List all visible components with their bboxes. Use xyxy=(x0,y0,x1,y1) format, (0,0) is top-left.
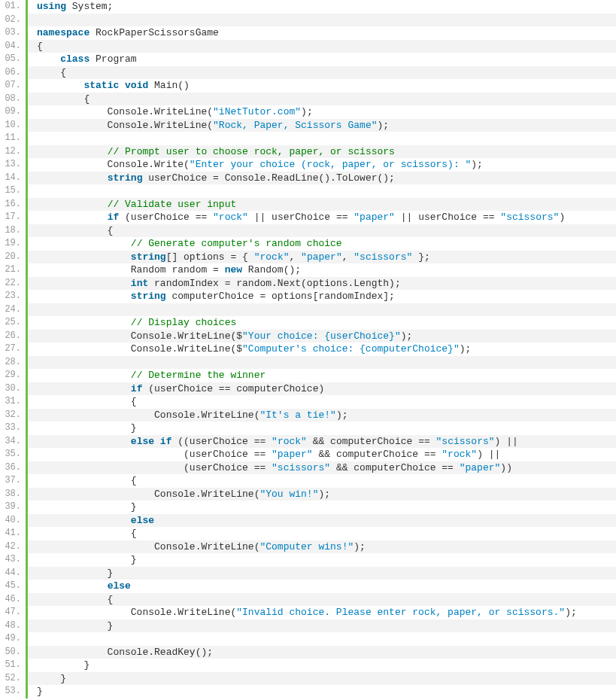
code-content: { xyxy=(28,66,616,80)
code-content: // Determine the winner xyxy=(28,369,616,382)
keyword-token: static xyxy=(83,80,119,91)
code-content: (userChoice == "paper" && computerChoice… xyxy=(28,448,616,461)
text-token xyxy=(37,251,131,263)
text-token: Console.WriteLine( xyxy=(37,120,213,131)
line-number: 26. xyxy=(0,330,26,343)
line-number: 27. xyxy=(0,342,26,356)
keyword-token: else xyxy=(131,436,154,447)
code-line: 34. else if ((userChoice == "rock" && co… xyxy=(0,435,616,449)
line-number: 38. xyxy=(0,488,26,501)
line-number: 33. xyxy=(0,422,26,435)
text-token: }; xyxy=(412,251,429,263)
code-line: 28. xyxy=(0,356,616,370)
code-content: string computerChoice = options[randomIn… xyxy=(28,290,616,303)
text-token: Console.WriteLine( xyxy=(37,488,259,500)
code-content: string userChoice = Console.ReadLine().T… xyxy=(28,172,616,185)
text-token: ); xyxy=(318,488,330,500)
text-token: { xyxy=(37,41,43,52)
code-content: Console.Write("Enter your choice (rock, … xyxy=(28,158,616,172)
line-number: 45. xyxy=(0,580,26,593)
line-number: 10. xyxy=(0,119,26,132)
text-token: Main() xyxy=(148,80,190,91)
code-content: if (userChoice == "rock" || userChoice =… xyxy=(28,211,616,224)
text-token xyxy=(37,212,108,223)
text-token xyxy=(37,199,108,210)
code-content: { xyxy=(28,224,616,238)
string-token: "paper" xyxy=(301,251,342,263)
code-line: 41. { xyxy=(0,527,616,540)
keyword-token: using xyxy=(37,1,66,12)
text-token xyxy=(37,383,131,394)
line-number: 21. xyxy=(0,263,26,277)
line-number: 36. xyxy=(0,461,26,475)
code-line: 51. } xyxy=(0,659,616,672)
text-token: { xyxy=(37,396,137,407)
code-line: 45. else xyxy=(0,580,616,593)
text-token: } xyxy=(37,686,43,697)
code-content: int randomIndex = random.Next(options.Le… xyxy=(28,277,616,291)
code-content: Console.WriteLine("Invalid choice. Pleas… xyxy=(28,606,616,619)
code-line: 35. (userChoice == "paper" && computerCh… xyxy=(0,448,616,461)
code-line: 11. xyxy=(0,132,616,145)
code-line: 12. // Prompt user to choose rock, paper… xyxy=(0,145,616,159)
line-number: 04. xyxy=(0,40,26,53)
code-line: 46. { xyxy=(0,593,616,607)
line-number: 15. xyxy=(0,184,26,198)
line-number: 44. xyxy=(0,567,26,580)
code-content: // Display choices xyxy=(28,316,616,330)
line-number: 47. xyxy=(0,606,26,619)
code-content: Console.WriteLine("Computer wins!"); xyxy=(28,540,616,554)
text-token: (userChoice == xyxy=(119,212,213,223)
code-content: if (userChoice == computerChoice) xyxy=(28,382,616,396)
string-token: "Computer's choice: {computerChoice}" xyxy=(242,343,460,355)
line-number: 34. xyxy=(0,435,26,449)
line-number: 18. xyxy=(0,224,26,238)
code-line: 40. else xyxy=(0,514,616,528)
code-line: 16. // Validate user input xyxy=(0,198,616,212)
text-token: { xyxy=(37,67,66,78)
text-token: } xyxy=(37,659,90,671)
keyword-token: class xyxy=(60,53,90,65)
line-number: 25. xyxy=(0,316,26,330)
code-content: } xyxy=(28,619,616,633)
text-token: , xyxy=(289,251,301,263)
line-number: 24. xyxy=(0,303,26,317)
text-token: ); xyxy=(460,343,472,355)
line-number: 30. xyxy=(0,382,26,396)
line-number: 37. xyxy=(0,474,26,488)
string-token: "paper" xyxy=(354,212,395,223)
text-token: (userChoice == xyxy=(37,462,272,473)
code-content: { xyxy=(28,93,616,106)
line-number: 17. xyxy=(0,211,26,224)
string-token: "scissors" xyxy=(436,436,495,447)
line-number: 41. xyxy=(0,527,26,540)
code-content: Console.WriteLine("You win!"); xyxy=(28,488,616,501)
line-number: 35. xyxy=(0,448,26,461)
text-token xyxy=(37,172,108,184)
line-number: 12. xyxy=(0,145,26,159)
text-token xyxy=(37,515,131,526)
code-line: 33. } xyxy=(0,422,616,435)
text-token: { xyxy=(37,225,113,236)
code-line: 43. } xyxy=(0,553,616,567)
text-token: [] options = { xyxy=(166,251,254,263)
line-number: 31. xyxy=(0,395,26,409)
code-line: 15. xyxy=(0,184,616,198)
keyword-token: int xyxy=(131,278,148,289)
text-token: && computerChoice == xyxy=(330,462,460,473)
code-content: (userChoice == "scissors" && computerCho… xyxy=(28,461,616,475)
text-token: Console.WriteLine($ xyxy=(37,330,242,342)
line-number: 20. xyxy=(0,251,26,264)
text-token: Console.WriteLine( xyxy=(37,409,259,421)
code-line: 49. xyxy=(0,632,616,646)
text-token: && computerChoice == xyxy=(307,436,436,447)
code-content: { xyxy=(28,40,616,53)
text-token: ) || xyxy=(477,449,500,460)
keyword-token: void xyxy=(125,80,148,91)
keyword-token: new xyxy=(225,264,242,275)
text-token xyxy=(37,370,131,381)
text-token: ); xyxy=(401,330,413,342)
text-token xyxy=(37,146,108,157)
line-number: 42. xyxy=(0,540,26,554)
text-token: Random random = xyxy=(37,264,225,275)
